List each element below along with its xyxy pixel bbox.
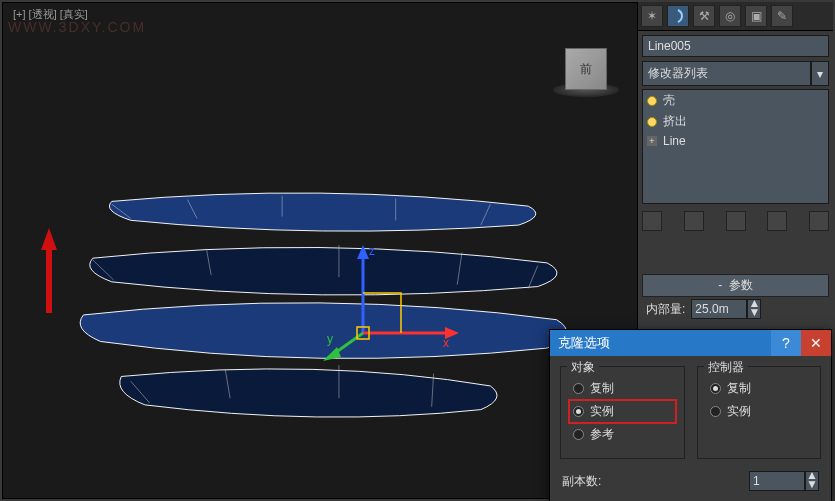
inner-amount-input[interactable] bbox=[691, 299, 747, 319]
object-name-field[interactable]: Line005 bbox=[642, 35, 829, 57]
modifier-stack[interactable]: 壳 挤出 +Line bbox=[642, 89, 829, 204]
radio-copy[interactable]: 复制 bbox=[571, 379, 674, 398]
viewport-perspective[interactable]: [+] [透视] [真实] WWW.3DXY.COM 前 z x bbox=[2, 2, 638, 499]
param-inner-amount: 内部量: ▲▼ bbox=[646, 299, 825, 319]
tab-modify-icon[interactable] bbox=[667, 5, 689, 27]
viewcube[interactable]: 前 bbox=[565, 48, 607, 90]
clone-options-dialog: 克隆选项 ? ✕ 对象 复制 实例 参考 控制器 复制 实例 副本数: ▲▼ bbox=[549, 329, 832, 501]
watermark: WWW.3DXY.COM bbox=[8, 19, 146, 35]
radio-ctrl-copy[interactable]: 复制 bbox=[708, 379, 811, 398]
stack-item[interactable]: 壳 bbox=[643, 90, 828, 111]
group-object-label: 对象 bbox=[567, 359, 599, 376]
radio-icon bbox=[573, 406, 584, 417]
radio-icon bbox=[573, 429, 584, 440]
stack-toolbar bbox=[642, 208, 829, 234]
remove-modifier-icon[interactable] bbox=[767, 211, 787, 231]
spinner-arrows-icon[interactable]: ▲▼ bbox=[805, 471, 819, 491]
lightbulb-icon[interactable] bbox=[647, 117, 657, 127]
dialog-title: 克隆选项 bbox=[558, 334, 771, 352]
stack-item[interactable]: +Line bbox=[643, 132, 828, 150]
group-controller: 控制器 复制 实例 bbox=[697, 366, 822, 459]
rollout-parameters[interactable]: - 参数 bbox=[642, 274, 829, 297]
lightbulb-icon[interactable] bbox=[647, 96, 657, 106]
tab-create-icon[interactable]: ✶ bbox=[641, 5, 663, 27]
tab-utilities-icon[interactable]: ✎ bbox=[771, 5, 793, 27]
copies-row: 副本数: ▲▼ bbox=[550, 469, 831, 501]
spinner-arrows-icon[interactable]: ▲▼ bbox=[747, 299, 761, 319]
show-end-result-icon[interactable] bbox=[684, 211, 704, 231]
dialog-titlebar[interactable]: 克隆选项 ? ✕ bbox=[550, 330, 831, 356]
radio-icon bbox=[710, 383, 721, 394]
tab-display-icon[interactable]: ▣ bbox=[745, 5, 767, 27]
plus-icon[interactable]: + bbox=[647, 136, 657, 146]
copies-spinner[interactable]: ▲▼ bbox=[749, 471, 819, 491]
radio-ctrl-instance[interactable]: 实例 bbox=[708, 402, 811, 421]
inner-amount-label: 内部量: bbox=[646, 301, 685, 318]
inner-amount-spinner[interactable]: ▲▼ bbox=[691, 299, 761, 319]
configure-sets-icon[interactable] bbox=[809, 211, 829, 231]
radio-reference[interactable]: 参考 bbox=[571, 425, 674, 444]
radio-instance[interactable]: 实例 bbox=[571, 402, 674, 421]
modifier-list-dropdown[interactable]: 修改器列表 ▾ bbox=[642, 61, 829, 86]
group-object: 对象 复制 实例 参考 bbox=[560, 366, 685, 459]
panel-tabs: ✶ ⚒ ◎ ▣ ✎ bbox=[638, 2, 833, 31]
make-unique-icon[interactable] bbox=[726, 211, 746, 231]
model-geometry bbox=[43, 173, 597, 438]
radio-icon bbox=[573, 383, 584, 394]
tab-hierarchy-icon[interactable]: ⚒ bbox=[693, 5, 715, 27]
copies-input[interactable] bbox=[749, 471, 805, 491]
group-controller-label: 控制器 bbox=[704, 359, 748, 376]
chevron-down-icon[interactable]: ▾ bbox=[811, 61, 829, 86]
help-button[interactable]: ? bbox=[771, 330, 801, 356]
copies-label: 副本数: bbox=[562, 473, 601, 490]
stack-item[interactable]: 挤出 bbox=[643, 111, 828, 132]
pin-stack-icon[interactable] bbox=[642, 211, 662, 231]
tab-motion-icon[interactable]: ◎ bbox=[719, 5, 741, 27]
close-button[interactable]: ✕ bbox=[801, 330, 831, 356]
radio-icon bbox=[710, 406, 721, 417]
